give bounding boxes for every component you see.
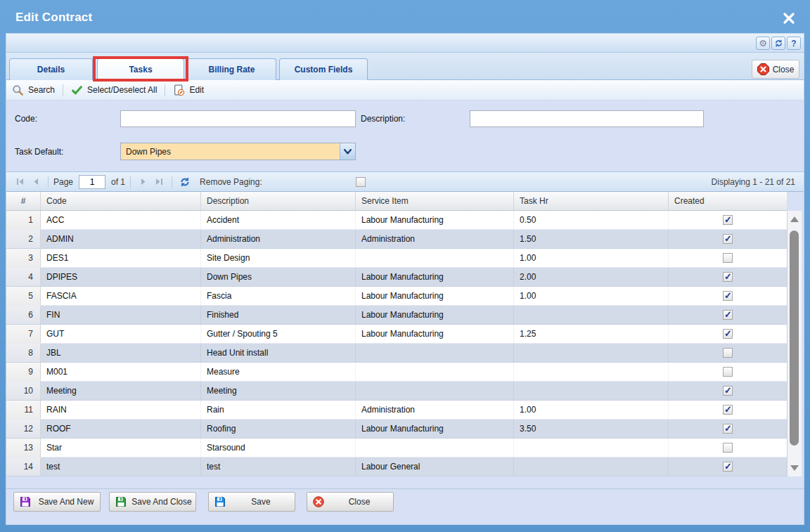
paging-separator <box>48 176 49 188</box>
cell-task-hr <box>514 306 669 324</box>
cell-description: Gutter / Spouting 5 <box>201 325 356 343</box>
row-number: 14 <box>6 458 41 476</box>
code-input[interactable] <box>120 110 356 127</box>
created-checkbox[interactable] <box>723 234 733 244</box>
cell-created <box>669 382 787 400</box>
edit-contract-dialog: Edit Contract ⚙ ? Details <box>0 0 810 532</box>
last-page-button[interactable] <box>151 175 167 189</box>
filter-form: Code: Description: Task Default: Down Pi… <box>6 100 804 171</box>
cell-service-item: Labour Manufacturing <box>356 268 514 286</box>
cell-created <box>669 344 787 362</box>
refresh-grid-icon[interactable] <box>177 175 193 189</box>
tab-custom-fields[interactable]: Custom Fields <box>279 58 368 80</box>
row-number: 3 <box>6 249 41 267</box>
search-button[interactable]: Search <box>12 84 55 96</box>
cell-task-hr: 1.00 <box>514 287 669 305</box>
vertical-scrollbar[interactable] <box>787 211 802 476</box>
first-page-button[interactable] <box>12 175 27 189</box>
created-checkbox[interactable] <box>723 291 733 301</box>
tab-details[interactable]: Details <box>9 58 93 80</box>
remove-paging-checkbox[interactable] <box>356 177 366 187</box>
cell-task-hr <box>514 344 669 362</box>
table-row[interactable]: 10 Meeting Meeting <box>6 382 787 401</box>
cell-code: Star <box>41 439 201 457</box>
cell-created <box>669 363 787 381</box>
table-row[interactable]: 9 M001 Measure <box>6 363 787 382</box>
save-and-close-button[interactable]: Save And Close <box>109 492 196 512</box>
description-input[interactable] <box>470 110 704 127</box>
created-checkbox[interactable] <box>723 424 733 434</box>
edit-button[interactable]: Edit <box>173 84 204 96</box>
created-checkbox[interactable] <box>723 367 733 377</box>
close-button[interactable]: Close <box>307 492 394 512</box>
created-checkbox[interactable] <box>723 348 733 358</box>
select-deselect-all-button[interactable]: Select/Deselect All <box>71 84 157 96</box>
scroll-down-icon[interactable] <box>790 465 799 471</box>
cell-created <box>669 420 787 438</box>
tab-tasks[interactable]: Tasks <box>97 58 184 80</box>
save-button[interactable]: Save <box>208 492 295 512</box>
cell-code: RAIN <box>41 401 201 419</box>
next-page-button[interactable] <box>136 175 151 189</box>
footer-divider <box>6 488 804 489</box>
column-header-created[interactable]: Created <box>669 192 787 210</box>
created-checkbox[interactable] <box>723 386 733 396</box>
created-checkbox[interactable] <box>723 329 733 339</box>
table-row[interactable]: 14 test test Labour General <box>6 458 787 476</box>
cell-created <box>669 325 787 343</box>
cell-code: M001 <box>41 363 201 381</box>
prev-page-button[interactable] <box>27 175 43 189</box>
task-default-label: Task Default: <box>15 147 63 157</box>
created-checkbox[interactable] <box>723 253 733 263</box>
column-header-description[interactable]: Description <box>201 192 356 210</box>
table-row[interactable]: 6 FIN Finished Labour Manufacturing <box>6 306 787 325</box>
cell-created <box>669 401 787 419</box>
scroll-up-icon[interactable] <box>790 216 799 222</box>
close-octagon-icon <box>757 63 769 75</box>
table-row[interactable]: 7 GUT Gutter / Spouting 5 Labour Manufac… <box>6 325 787 344</box>
table-row[interactable]: 3 DES1 Site Design 1.00 <box>6 249 787 268</box>
created-checkbox[interactable] <box>723 272 733 282</box>
table-row[interactable]: 4 DPIPES Down Pipes Labour Manufacturing… <box>6 268 787 287</box>
close-icon[interactable] <box>782 12 796 25</box>
table-row[interactable]: 8 JBL Head Unit install <box>6 344 787 363</box>
grid-body: 1 ACC Accident Labour Manufacturing 0.50… <box>6 211 787 476</box>
created-checkbox[interactable] <box>723 310 733 320</box>
table-row[interactable]: 12 ROOF Roofing Labour Manufacturing 3.5… <box>6 420 787 439</box>
table-row[interactable]: 1 ACC Accident Labour Manufacturing 0.50 <box>6 211 787 230</box>
cell-service-item: Labour Manufacturing <box>356 420 514 438</box>
created-checkbox[interactable] <box>723 443 733 453</box>
created-checkbox[interactable] <box>723 462 733 472</box>
tab-close-button[interactable]: Close <box>752 60 799 79</box>
gear-icon[interactable]: ⚙ <box>756 37 770 50</box>
table-row[interactable]: 2 ADMIN Administration Administration 1.… <box>6 230 787 249</box>
help-icon[interactable]: ? <box>787 37 801 50</box>
table-row[interactable]: 13 Star Starsound <box>6 439 787 458</box>
scrollbar-thumb[interactable] <box>790 231 799 446</box>
search-icon <box>12 84 24 96</box>
column-header-task-hr[interactable]: Task Hr <box>514 192 669 210</box>
table-row[interactable]: 5 FASCIA Fascia Labour Manufacturing 1.0… <box>6 287 787 306</box>
cell-task-hr <box>514 363 669 381</box>
created-checkbox[interactable] <box>723 215 733 225</box>
tab-billing-rate[interactable]: Billing Rate <box>187 58 276 80</box>
save-icon <box>20 496 31 507</box>
paging-separator <box>130 176 131 188</box>
column-header-code[interactable]: Code <box>41 192 201 210</box>
save-icon <box>214 496 226 507</box>
dialog-titlebar[interactable]: Edit Contract <box>0 0 810 33</box>
column-header-num[interactable]: # <box>6 192 41 210</box>
row-number: 6 <box>6 306 41 324</box>
page-input[interactable] <box>79 175 105 189</box>
cell-task-hr: 1.00 <box>514 249 669 267</box>
cell-description: Down Pipes <box>201 268 356 286</box>
created-checkbox[interactable] <box>723 405 733 415</box>
refresh-icon[interactable] <box>771 37 785 50</box>
cell-code: JBL <box>41 344 201 362</box>
chevron-down-icon[interactable] <box>340 143 355 160</box>
table-row[interactable]: 11 RAIN Rain Administration 1.00 <box>6 401 787 420</box>
column-header-service-item[interactable]: Service Item <box>356 192 514 210</box>
save-and-new-button[interactable]: Save And New <box>13 492 101 512</box>
cell-service-item <box>356 344 514 362</box>
task-default-select[interactable]: Down Pipes <box>120 143 356 160</box>
